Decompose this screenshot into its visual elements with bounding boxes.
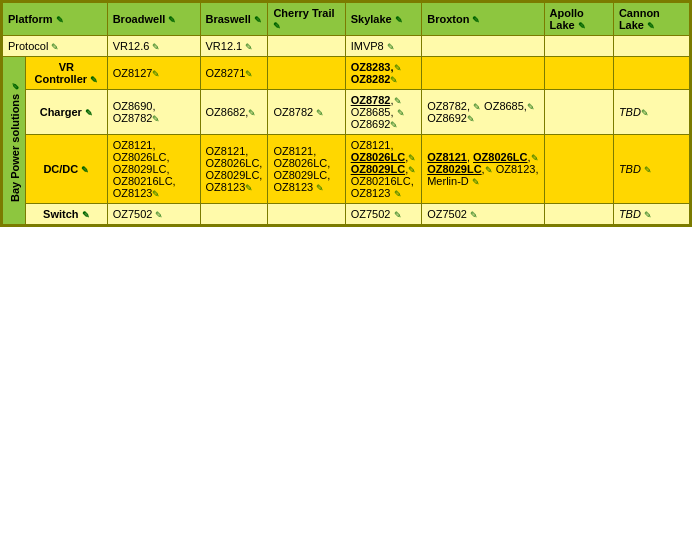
vr-ctrl-bw-edit[interactable]: ✎: [152, 69, 160, 79]
protocol-braswell: VR12.1 ✎: [200, 36, 268, 57]
charger-cherry-trail: OZ8782 ✎: [268, 90, 345, 135]
switch-skylake: OZ7502 ✎: [345, 204, 421, 225]
dcdc-cannon-edit[interactable]: ✎: [644, 165, 652, 175]
switch-label: Switch ✎: [26, 204, 108, 225]
dcdc-cannon: TBD ✎: [613, 135, 689, 204]
charger-bx-edit3[interactable]: ✎: [467, 114, 475, 124]
dcdc-broadwell: OZ8121,OZ8026LC,OZ8029LC,OZ80216LC,OZ812…: [107, 135, 200, 204]
dcdc-sl-edit[interactable]: ✎: [408, 153, 416, 163]
charger-bw-edit[interactable]: ✎: [152, 114, 160, 124]
charger-skylake: OZ8782,✎ OZ8685, ✎ OZ8692✎: [345, 90, 421, 135]
charger-cannon: TBD✎: [613, 90, 689, 135]
charger-sl-edit[interactable]: ✎: [394, 96, 402, 106]
vr-controller-broadwell: OZ8127✎: [107, 57, 200, 90]
cherry-trail-header: Cherry Trail ✎: [268, 3, 345, 36]
dcdc-bx-edit3[interactable]: ✎: [472, 177, 480, 187]
charger-braswell: OZ8682,✎: [200, 90, 268, 135]
charger-broadwell: OZ8690, OZ8782✎: [107, 90, 200, 135]
charger-label-edit[interactable]: ✎: [85, 108, 93, 118]
switch-apollo: [544, 204, 613, 225]
protocol-cannon: [613, 36, 689, 57]
vr-controller-skylake: OZ8283,✎ OZ8282✎: [345, 57, 421, 90]
dcdc-sl-edit3[interactable]: ✎: [394, 189, 402, 199]
charger-sl-edit3[interactable]: ✎: [390, 120, 398, 130]
vr-ctrl-sl-edit2[interactable]: ✎: [390, 75, 398, 85]
charger-bx-edit[interactable]: ✎: [473, 102, 481, 112]
charger-ct-edit[interactable]: ✎: [316, 108, 324, 118]
dcdc-bx-edit2[interactable]: ✎: [485, 165, 493, 175]
bay-power-edit-icon[interactable]: ✎: [9, 80, 19, 90]
switch-bx-edit[interactable]: ✎: [470, 210, 478, 220]
broadwell-header: Broadwell ✎: [107, 3, 200, 36]
dcdc-skylake: OZ8121,OZ8026LC,✎ OZ8029LC,✎ OZ80216LC,O…: [345, 135, 421, 204]
bay-power-section-label: Bay Power solutions ✎: [3, 57, 26, 225]
charger-sl-edit2[interactable]: ✎: [397, 108, 405, 118]
switch-label-edit[interactable]: ✎: [82, 210, 90, 220]
protocol-broadwell: VR12.6 ✎: [107, 36, 200, 57]
switch-sl-edit[interactable]: ✎: [394, 210, 402, 220]
vr-ctrl-sl-edit[interactable]: ✎: [394, 63, 402, 73]
dcdc-bx-edit[interactable]: ✎: [531, 153, 539, 163]
charger-bx-edit2[interactable]: ✎: [527, 102, 535, 112]
braswell-header: Braswell ✎: [200, 3, 268, 36]
protocol-cherry-trail: [268, 36, 345, 57]
vr-ctrl-bsw-edit[interactable]: ✎: [245, 69, 253, 79]
dcdc-bsw-edit[interactable]: ✎: [245, 183, 253, 193]
main-table-wrapper: Platform ✎ Broadwell ✎ Braswell ✎ Cherry…: [0, 0, 692, 227]
switch-broxton: OZ7502 ✎: [422, 204, 544, 225]
protocol-broadwell-edit-icon[interactable]: ✎: [152, 42, 160, 52]
dcdc-broxton: OZ8121, OZ8026LC,✎ OZ8029LC,✎ OZ8123, Me…: [422, 135, 544, 204]
protocol-edit-icon[interactable]: ✎: [51, 42, 59, 52]
dcdc-ct-edit[interactable]: ✎: [316, 183, 324, 193]
platform-header: Platform ✎: [3, 3, 108, 36]
switch-broadwell: OZ7502 ✎: [107, 204, 200, 225]
dcdc-label: DC/DC ✎: [26, 135, 108, 204]
protocol-broxton: [422, 36, 544, 57]
charger-bsw-edit[interactable]: ✎: [248, 108, 256, 118]
vr-controller-cannon: [613, 57, 689, 90]
switch-cherry-trail: [268, 204, 345, 225]
charger-cannon-edit[interactable]: ✎: [641, 108, 649, 118]
apollo-lake-header: Apollo Lake ✎: [544, 3, 613, 36]
dcdc-label-edit[interactable]: ✎: [81, 165, 89, 175]
broxton-header: Broxton ✎: [422, 3, 544, 36]
skylake-header: Skylake ✎: [345, 3, 421, 36]
protocol-label: Protocol ✎: [3, 36, 108, 57]
cannon-lake-header: Cannon Lake ✎: [613, 3, 689, 36]
switch-braswell: [200, 204, 268, 225]
vr-controller-edit-icon[interactable]: ✎: [90, 75, 98, 85]
switch-cannon: TBD ✎: [613, 204, 689, 225]
switch-cannon-edit[interactable]: ✎: [644, 210, 652, 220]
dcdc-sl-edit2[interactable]: ✎: [408, 165, 416, 175]
apollo-lake-edit-icon[interactable]: ✎: [578, 21, 586, 31]
vr-controller-cherry-trail: [268, 57, 345, 90]
dcdc-bw-edit[interactable]: ✎: [152, 189, 160, 199]
dcdc-apollo: [544, 135, 613, 204]
vr-controller-braswell: OZ8271✎: [200, 57, 268, 90]
vr-controller-label: VR Controller ✎: [26, 57, 108, 90]
charger-broxton: OZ8782, ✎ OZ8685,✎ OZ8692✎: [422, 90, 544, 135]
protocol-skylake: IMVP8 ✎: [345, 36, 421, 57]
dcdc-braswell: OZ8121,OZ8026LC,OZ8029LC,OZ8123✎: [200, 135, 268, 204]
protocol-skylake-edit-icon[interactable]: ✎: [387, 42, 395, 52]
broxton-edit-icon[interactable]: ✎: [472, 15, 480, 25]
braswell-edit-icon[interactable]: ✎: [254, 15, 262, 25]
charger-label: Charger ✎: [26, 90, 108, 135]
platform-edit-icon[interactable]: ✎: [56, 15, 64, 25]
protocol-braswell-edit-icon[interactable]: ✎: [245, 42, 253, 52]
switch-bw-edit[interactable]: ✎: [155, 210, 163, 220]
broadwell-edit-icon[interactable]: ✎: [168, 15, 176, 25]
vr-controller-broxton: [422, 57, 544, 90]
cherry-trail-edit-icon[interactable]: ✎: [273, 21, 281, 31]
charger-apollo: [544, 90, 613, 135]
dcdc-cherry-trail: OZ8121,OZ8026LC,OZ8029LC,OZ8123 ✎: [268, 135, 345, 204]
skylake-edit-icon[interactable]: ✎: [395, 15, 403, 25]
cannon-lake-edit-icon[interactable]: ✎: [647, 21, 655, 31]
protocol-apollo: [544, 36, 613, 57]
vr-controller-apollo: [544, 57, 613, 90]
